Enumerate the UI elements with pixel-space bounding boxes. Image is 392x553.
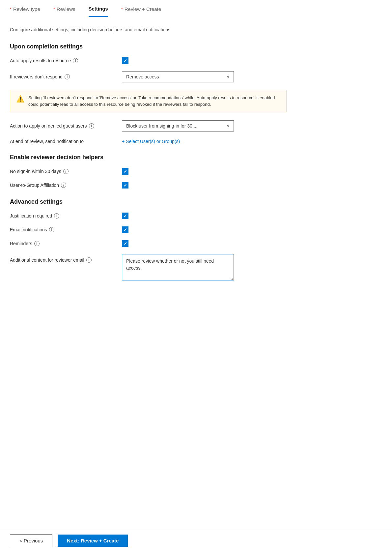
completion-section: Upon completion settings Auto apply resu… — [10, 43, 287, 144]
additional-content-textarea[interactable] — [122, 254, 234, 280]
reminders-info-icon[interactable]: i — [34, 241, 40, 246]
group-affiliation-label: User-to-Group Affiliation i — [10, 183, 115, 188]
next-button[interactable]: Next: Review + Create — [58, 535, 128, 547]
no-signin-row: No sign-in within 30 days i — [10, 168, 287, 175]
reminders-row: Reminders i — [10, 240, 287, 247]
group-affiliation-checkbox[interactable] — [122, 182, 128, 189]
reminders-label: Reminders i — [10, 241, 115, 246]
auto-apply-label: Auto apply results to resource i — [10, 58, 115, 63]
auto-apply-info-icon[interactable]: i — [73, 58, 78, 63]
justification-checkbox[interactable] — [122, 213, 128, 219]
completion-section-title: Upon completion settings — [10, 43, 287, 50]
denied-guests-value: Block user from signing-in for 30 ... — [126, 123, 197, 129]
email-notifications-row: Email notifications i — [10, 226, 287, 233]
no-signin-info-icon[interactable]: i — [63, 169, 69, 174]
reviewers-respond-row: If reviewers don't respond i Remove acce… — [10, 71, 287, 82]
page-subtitle: Configure additional settings, including… — [10, 26, 287, 33]
reviewers-respond-chevron: ∨ — [227, 74, 230, 79]
denied-guests-dropdown[interactable]: Block user from signing-in for 30 ... ∨ — [122, 120, 234, 131]
required-star-review-type: * — [10, 7, 12, 12]
reviewers-respond-info-icon[interactable]: i — [65, 74, 70, 79]
advanced-settings-title: Advanced settings — [10, 198, 287, 205]
auto-apply-row: Auto apply results to resource i — [10, 57, 287, 64]
auto-apply-checkbox[interactable] — [122, 57, 128, 64]
no-signin-label: No sign-in within 30 days i — [10, 169, 115, 174]
main-content: Configure additional settings, including… — [0, 17, 296, 334]
justification-info-icon[interactable]: i — [54, 213, 59, 218]
additional-content-label: Additional content for reviewer email i — [10, 257, 115, 263]
notification-row: At end of review, send notification to +… — [10, 139, 287, 144]
tab-reviews-label: Reviews — [57, 6, 75, 12]
reviewers-respond-dropdown[interactable]: Remove access ∨ — [122, 71, 234, 82]
required-star-reviews: * — [53, 7, 55, 12]
footer-bar: < Previous Next: Review + Create — [0, 528, 392, 553]
decision-helpers-section: Enable reviewer decision helpers No sign… — [10, 154, 287, 189]
group-affiliation-row: User-to-Group Affiliation i — [10, 182, 287, 189]
tab-review-create-label: Review + Create — [125, 6, 161, 12]
no-signin-checkbox[interactable] — [122, 168, 128, 175]
denied-guests-row: Action to apply on denied guest users i … — [10, 120, 287, 131]
reviewers-respond-value: Remove access — [126, 74, 159, 79]
additional-content-info-icon[interactable]: i — [86, 257, 92, 263]
tab-navigation: * Review type * Reviews Settings * Revie… — [0, 0, 392, 17]
tab-settings[interactable]: Settings — [89, 6, 108, 17]
warning-text: Setting 'If reviewers don't respond' to … — [28, 95, 280, 107]
denied-guests-label: Action to apply on denied guest users i — [10, 123, 115, 129]
reminders-checkbox[interactable] — [122, 240, 128, 247]
notification-link[interactable]: + Select User(s) or Group(s) — [122, 139, 180, 144]
email-notifications-info-icon[interactable]: i — [49, 227, 54, 232]
group-affiliation-info-icon[interactable]: i — [61, 183, 66, 188]
tab-settings-label: Settings — [89, 6, 108, 12]
justification-row: Justification required i — [10, 213, 287, 219]
email-notifications-checkbox[interactable] — [122, 226, 128, 233]
decision-helpers-title: Enable reviewer decision helpers — [10, 154, 287, 161]
required-star-review-create: * — [121, 7, 123, 12]
tab-review-create[interactable]: * Review + Create — [121, 6, 161, 16]
additional-content-row: Additional content for reviewer email i — [10, 254, 287, 280]
previous-button[interactable]: < Previous — [10, 534, 52, 547]
denied-guests-info-icon[interactable]: i — [89, 123, 94, 129]
reviewers-respond-label: If reviewers don't respond i — [10, 74, 115, 79]
denied-guests-chevron: ∨ — [227, 124, 230, 128]
email-notifications-label: Email notifications i — [10, 227, 115, 232]
notification-label: At end of review, send notification to — [10, 139, 115, 144]
warning-box: ⚠️ Setting 'If reviewers don't respond' … — [10, 90, 287, 112]
warning-icon: ⚠️ — [16, 95, 24, 103]
justification-label: Justification required i — [10, 213, 115, 218]
advanced-settings-section: Advanced settings Justification required… — [10, 198, 287, 280]
tab-review-type-label: Review type — [13, 6, 40, 12]
tab-reviews[interactable]: * Reviews — [53, 6, 75, 16]
tab-review-type[interactable]: * Review type — [10, 6, 40, 16]
